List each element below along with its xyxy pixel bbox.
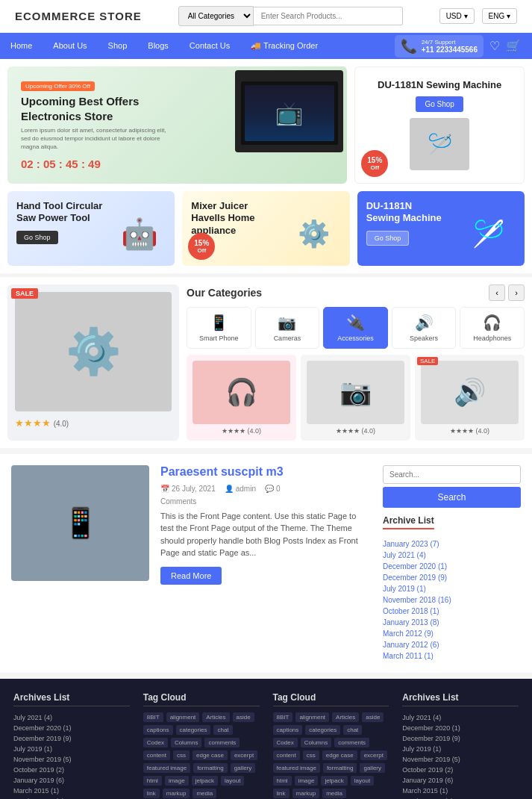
tag[interactable]: Codex (143, 738, 168, 747)
cart-button[interactable]: 🛒 (506, 39, 521, 53)
cat-smartphone[interactable]: 📱 Smart Phone (187, 307, 251, 349)
tag[interactable]: jetpack (321, 776, 347, 786)
read-more-button[interactable]: Read More (160, 567, 222, 585)
tag[interactable]: Articles (202, 712, 229, 722)
product-camera[interactable]: 📷 ★★★★ (4.0) (301, 355, 410, 441)
tag[interactable]: Columns (301, 738, 332, 747)
product-speaker[interactable]: SALE 🔊 ★★★★ (4.0) (415, 355, 525, 441)
nav-about[interactable]: About Us (43, 33, 97, 59)
tag[interactable]: edge case (322, 750, 357, 760)
tag[interactable]: Codex (273, 738, 298, 747)
footer-archive-item[interactable]: November 2019 (5) (13, 754, 130, 765)
tag[interactable]: media (322, 789, 346, 798)
footer-archive-item[interactable]: January 2019 (6) (402, 775, 519, 786)
tag[interactable]: 8BIT (273, 712, 293, 722)
tag[interactable]: comments (204, 738, 240, 747)
tag[interactable]: aside (362, 712, 384, 722)
footer-archive-item[interactable]: December 2020 (1) (402, 723, 519, 733)
tag[interactable]: content (273, 750, 300, 760)
archive-item[interactable]: January 2023 (7) (383, 538, 521, 550)
tag[interactable]: edge case (193, 750, 228, 760)
product-headphones[interactable]: 🎧 ★★★★ (4.0) (187, 355, 296, 441)
footer-archive-item[interactable]: July 2021 (4) (13, 712, 130, 723)
tag[interactable]: aside (233, 712, 254, 722)
footer-archive-item[interactable]: March 2015 (1) (402, 786, 519, 796)
nav-home[interactable]: Home (0, 33, 43, 59)
cat-prev-button[interactable]: ‹ (489, 285, 505, 301)
nav-contact[interactable]: Contact Us (179, 33, 240, 59)
nav-shop[interactable]: Shop (98, 33, 138, 59)
nav-tracking[interactable]: 🚚 Tracking Order (240, 33, 328, 59)
tag[interactable]: featured image (273, 763, 320, 773)
tag[interactable]: link (273, 789, 290, 798)
tag[interactable]: excerpt (360, 750, 387, 760)
language-button[interactable]: ENG ▾ (482, 8, 517, 24)
tag[interactable]: captions (143, 725, 173, 735)
cat-speakers[interactable]: 🔊 Speakers (392, 307, 457, 349)
tag[interactable]: markup (292, 789, 320, 798)
tag[interactable]: jetpack (192, 776, 218, 786)
archive-item[interactable]: July 2021 (4) (383, 550, 521, 561)
tag[interactable]: layout (221, 776, 244, 786)
tag[interactable]: formatting (323, 763, 357, 773)
sidebar-search-button[interactable]: Search (383, 487, 521, 508)
tag[interactable]: gallery (360, 763, 385, 773)
footer-archive-item[interactable]: October 2019 (2) (402, 765, 519, 775)
tag[interactable]: markup (163, 789, 190, 798)
cat-headphones[interactable]: 🎧 Headphones (460, 307, 525, 349)
tag[interactable]: Articles (332, 712, 359, 722)
category-select[interactable]: All Categories (178, 6, 254, 26)
footer-archive-item[interactable]: December 2019 (9) (13, 733, 130, 744)
hero-side-shop-button[interactable]: Go Shop (416, 96, 463, 112)
tag[interactable]: categories (305, 725, 340, 735)
banner-shop-btn-3[interactable]: Go Shop (366, 231, 410, 246)
tag[interactable]: captions (273, 725, 303, 735)
tag[interactable]: featured image (143, 763, 190, 773)
tag[interactable]: content (143, 750, 170, 760)
footer-archive-item[interactable]: October 2010 (1) (13, 796, 130, 799)
tag[interactable]: Columns (171, 738, 202, 747)
archive-item[interactable]: October 2018 (1) (383, 606, 521, 617)
tag[interactable]: css (173, 750, 190, 760)
footer-archive-item[interactable]: October 2010 (1) (402, 796, 519, 799)
tag[interactable]: categories (176, 725, 211, 735)
tag[interactable]: gallery (231, 763, 256, 773)
archive-item[interactable]: March 2011 (1) (383, 650, 521, 662)
footer-archive-item[interactable]: December 2019 (9) (402, 733, 519, 744)
footer-archive-item[interactable]: July 2019 (1) (13, 744, 130, 754)
tag[interactable]: formatting (193, 763, 228, 773)
footer-archive-item[interactable]: March 2015 (1) (13, 786, 130, 796)
currency-button[interactable]: USD ▾ (439, 8, 475, 24)
tag[interactable]: html (143, 776, 162, 786)
cat-cameras[interactable]: 📷 Cameras (255, 307, 320, 349)
footer-archive-item[interactable]: July 2019 (1) (402, 744, 519, 754)
search-input[interactable] (254, 7, 403, 25)
tag[interactable]: alignment (295, 712, 329, 722)
footer-archive-item[interactable]: November 2019 (5) (402, 754, 519, 765)
archive-item[interactable]: March 2012 (9) (383, 628, 521, 639)
footer-archive-item[interactable]: January 2019 (6) (13, 775, 130, 786)
archive-item[interactable]: January 2013 (8) (383, 617, 521, 628)
footer-archive-item[interactable]: December 2020 (1) (13, 723, 130, 733)
tag[interactable]: image (165, 776, 189, 786)
tag[interactable]: media (193, 789, 216, 798)
cat-accessories[interactable]: 🔌 Accessories (323, 307, 388, 349)
tag[interactable]: layout (351, 776, 374, 786)
archive-item[interactable]: November 2018 (16) (383, 594, 521, 606)
footer-archive-item[interactable]: July 2021 (4) (402, 712, 519, 723)
archive-item[interactable]: January 2012 (6) (383, 639, 521, 650)
tag[interactable]: alignment (166, 712, 200, 722)
nav-blogs[interactable]: Blogs (137, 33, 179, 59)
banner-shop-btn-1[interactable]: Go Shop (16, 231, 58, 244)
footer-archive-item[interactable]: October 2019 (2) (13, 765, 130, 775)
tag[interactable]: chat (213, 725, 232, 735)
archive-item[interactable]: July 2019 (1) (383, 583, 521, 594)
tag[interactable]: html (273, 776, 292, 786)
archive-item[interactable]: December 2020 (1) (383, 561, 521, 572)
wishlist-button[interactable]: ♡ (489, 39, 500, 53)
tag[interactable]: link (143, 789, 160, 798)
sidebar-search-input[interactable] (383, 465, 521, 484)
tag[interactable]: image (295, 776, 319, 786)
tag[interactable]: excerpt (231, 750, 257, 760)
archive-item[interactable]: December 2019 (9) (383, 572, 521, 583)
